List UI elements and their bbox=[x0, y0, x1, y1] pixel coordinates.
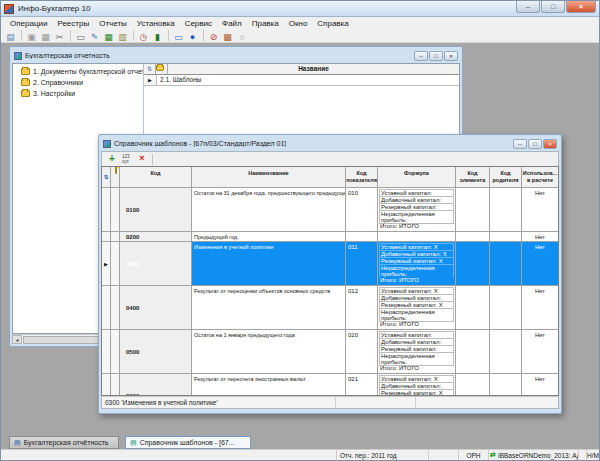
main-toolbar: ▤▣▦✂▭✎▦▥◷▮▭●⊘▩☼ bbox=[1, 29, 599, 43]
name-column-header[interactable]: Название bbox=[168, 64, 459, 74]
maximize-button[interactable]: □ bbox=[541, 1, 565, 13]
cell-element bbox=[456, 330, 490, 373]
child2-close-button[interactable]: × bbox=[543, 139, 557, 149]
column-name[interactable]: Наименование bbox=[192, 167, 346, 187]
journal-icon[interactable]: ▮ bbox=[151, 30, 164, 42]
cut-icon[interactable]: ✂ bbox=[53, 30, 66, 42]
cell-used: Нет bbox=[522, 188, 558, 231]
formula-line: Нераспределенная прибыль: bbox=[379, 308, 454, 322]
reports-window-title: Бухгалтерская отчетность bbox=[25, 52, 110, 59]
cell-parent bbox=[490, 242, 522, 285]
column-formula[interactable]: Формула bbox=[378, 167, 456, 187]
menu-item[interactable]: Операции bbox=[5, 19, 52, 28]
minimize-button[interactable]: – bbox=[516, 1, 540, 13]
column-element[interactable]: Код элемента bbox=[456, 167, 490, 187]
column-code[interactable]: Код bbox=[120, 167, 192, 187]
menu-item[interactable]: Окно bbox=[284, 19, 313, 28]
print-icon[interactable]: ▭ bbox=[74, 30, 87, 42]
menu-item[interactable]: Реестры bbox=[52, 19, 94, 28]
table-row[interactable]: 0600Результат от пересчета иностранных в… bbox=[102, 374, 558, 396]
reports-window-titlebar[interactable]: Бухгалтерская отчетность – □ × bbox=[12, 49, 460, 63]
toolbar-separator bbox=[70, 30, 71, 41]
delete-row-button[interactable]: × bbox=[135, 153, 149, 165]
formula-line: Нераспределенная прибыль: bbox=[379, 210, 454, 224]
column-used[interactable]: Использов... в расчете bbox=[522, 167, 558, 187]
list-item[interactable]: ▶2.1. Шаблоны bbox=[144, 75, 459, 86]
child1-minimize-button[interactable]: – bbox=[414, 51, 428, 61]
toolbar-separator bbox=[133, 30, 134, 41]
formula-stack: Уставной капитал: XДобавочный капитал:Ре… bbox=[378, 286, 455, 329]
reports-icon[interactable]: ▥ bbox=[116, 30, 129, 42]
settings-icon[interactable]: ☼ bbox=[235, 30, 248, 42]
toolbar-separator bbox=[168, 30, 169, 41]
table-row[interactable]: ▶0300Изменения в учетной политике011Уста… bbox=[102, 242, 558, 286]
cell-indicator: 011 bbox=[346, 242, 378, 285]
menu-item[interactable]: Отчеты bbox=[94, 19, 132, 28]
table-row[interactable]: 0100Остаток на 31 декабря года, предшест… bbox=[102, 188, 558, 232]
menu-item[interactable]: Правка bbox=[247, 19, 284, 28]
cell-used: Нет bbox=[522, 286, 558, 329]
child2-maximize-button[interactable]: □ bbox=[528, 139, 542, 149]
row-marker-icon: ▶ bbox=[144, 75, 157, 85]
window-tab[interactable]: ▤Бухгалтерская отчётность bbox=[9, 436, 119, 449]
formula-stack: Уставной капитал:Добавочный капитал:Резе… bbox=[378, 330, 455, 373]
tree-item[interactable]: 2. Справочники bbox=[13, 77, 143, 88]
header-sort-icon[interactable]: ⇅ bbox=[102, 167, 111, 187]
table-row[interactable]: 0200Предыдущий год.Нет bbox=[102, 232, 558, 242]
row-gutter bbox=[111, 330, 120, 373]
window-tab-icon: ▤ bbox=[130, 439, 137, 447]
app-window: Инфо-Бухгалтер 10 – □ × ОперацииРеестрыО… bbox=[0, 0, 600, 461]
child1-close-button[interactable]: × bbox=[444, 51, 458, 61]
column-parent[interactable]: Код родителя bbox=[490, 167, 522, 187]
app-icon bbox=[4, 4, 14, 14]
formula-line: Итого: ИТОГО bbox=[379, 277, 454, 283]
cell-parent bbox=[490, 286, 522, 329]
copy-icon[interactable]: ▣ bbox=[25, 30, 38, 42]
toolbar-separator bbox=[21, 30, 22, 41]
tree-item[interactable]: 1. Документы бухгалтерской отчетности bbox=[13, 66, 143, 77]
menu-item[interactable]: Сервис bbox=[180, 19, 217, 28]
edit-doc-icon[interactable]: ✎ bbox=[88, 30, 101, 42]
menu-item[interactable]: Установка bbox=[132, 19, 180, 28]
scroll-left-icon[interactable]: ◄ bbox=[12, 335, 22, 344]
close-button[interactable]: × bbox=[566, 1, 596, 13]
preview-icon[interactable]: ▭ bbox=[172, 30, 185, 42]
column-indicator[interactable]: Код показателя bbox=[346, 167, 378, 187]
add-row-button[interactable]: + bbox=[105, 153, 119, 165]
table-row[interactable]: 0500Остаток на 1 января предыдущего года… bbox=[102, 330, 558, 374]
formula-stack: Уставной капитал: XДобавочный капитал: X… bbox=[378, 242, 455, 285]
num-mode-status: Н/М bbox=[586, 450, 599, 460]
cell-formula bbox=[378, 232, 456, 241]
templates-statusbar: 0300 'Изменения в учетной политике' bbox=[101, 396, 559, 409]
templates-window-titlebar[interactable]: Справочник шаблонов - [67п/03/Стандарт/Р… bbox=[101, 137, 559, 151]
cell-formula: Уставной капитал: XДобавочный капитал:Ре… bbox=[378, 286, 456, 329]
window-tab[interactable]: ▤Справочник шаблонов - [67... bbox=[125, 436, 251, 449]
internet-icon[interactable]: ● bbox=[186, 30, 199, 42]
menu-item[interactable]: Справка bbox=[312, 19, 353, 28]
menu-item[interactable]: Файл bbox=[217, 19, 247, 28]
sort-123-icon[interactable]: 123 xyz bbox=[120, 153, 134, 165]
row-marker-icon bbox=[102, 286, 111, 329]
paste-icon[interactable]: ▦ bbox=[39, 30, 52, 42]
tree-item-label: 3. Настройки bbox=[33, 90, 75, 97]
block-icon[interactable]: ⊘ bbox=[207, 30, 220, 42]
sort-icon[interactable]: ⇅ bbox=[144, 64, 156, 74]
cell-formula: Уставной капитал:Добавочный капитал:Резе… bbox=[378, 330, 456, 373]
form-icon[interactable]: ▤ bbox=[4, 30, 17, 42]
cell-formula: Уставной капитал: XДобавочный капитал:Ре… bbox=[378, 374, 456, 396]
tree-item-label: 2. Справочники bbox=[33, 79, 83, 86]
tree-item[interactable]: 3. Настройки bbox=[13, 88, 143, 99]
cell-parent bbox=[490, 188, 522, 231]
formula-stack bbox=[378, 232, 455, 235]
tasks-icon[interactable]: ◷ bbox=[137, 30, 150, 42]
cell-code: 0500 bbox=[120, 330, 192, 373]
folder-icon bbox=[21, 68, 30, 75]
formula-line: Итого: ИТОГО bbox=[379, 321, 454, 327]
table-row[interactable]: 0400Результат от переоценки объектов осн… bbox=[102, 286, 558, 330]
table-icon[interactable]: ▦ bbox=[102, 30, 115, 42]
child1-maximize-button[interactable]: □ bbox=[429, 51, 443, 61]
cell-element bbox=[456, 374, 490, 396]
chart-icon[interactable]: ▩ bbox=[221, 30, 234, 42]
formula-stack: Уставной капитал:Добавочный капитал:Резе… bbox=[378, 188, 455, 231]
child2-minimize-button[interactable]: – bbox=[513, 139, 527, 149]
